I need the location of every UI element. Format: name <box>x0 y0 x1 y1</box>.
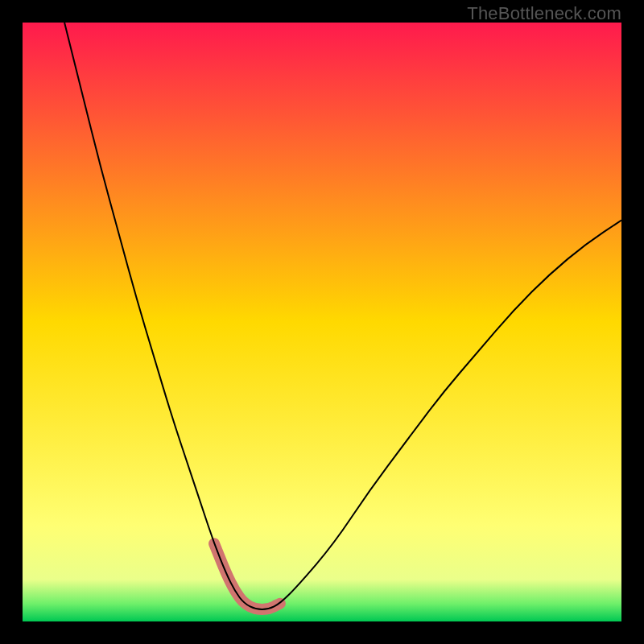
watermark-text: TheBottleneck.com <box>467 3 621 24</box>
gradient-background <box>23 23 621 621</box>
chart-container: { "watermark": "TheBottleneck.com", "plo… <box>0 0 644 644</box>
bottleneck-chart <box>23 23 621 621</box>
